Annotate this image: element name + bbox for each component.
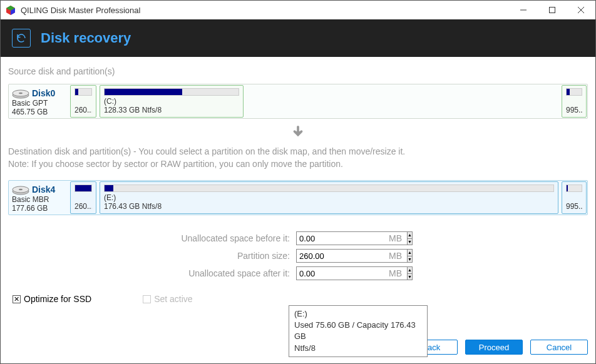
minimize-button[interactable]	[509, 1, 538, 19]
recovery-icon	[12, 29, 31, 48]
unit-label: MB	[389, 233, 402, 243]
disk-icon	[12, 88, 29, 99]
cancel-button[interactable]: Cancel	[530, 340, 588, 355]
dest-disk-row: Disk4 Basic MBR 177.66 GB 260... (E:)176…	[8, 180, 588, 215]
optimize-ssd-checkbox[interactable]: ✕ Optimize for SSD	[13, 294, 91, 304]
dest-disk-size: 177.66 GB	[12, 204, 64, 213]
dest-disk-info: Disk4 Basic MBR 177.66 GB	[9, 181, 67, 214]
source-disk-size: 465.75 GB	[12, 108, 64, 116]
spinner-buttons[interactable]: ▲▼	[407, 266, 413, 280]
page-title: Disk recovery	[41, 30, 131, 46]
disk-icon	[12, 184, 29, 195]
source-disk-info: Disk0 Basic GPT 465.75 GB	[9, 85, 67, 118]
app-logo-icon	[6, 5, 16, 15]
dest-partition[interactable]: 995...	[562, 181, 587, 214]
maximize-button[interactable]	[538, 1, 567, 19]
proceed-button[interactable]: Proceed	[465, 340, 523, 355]
titlebar: QILING Disk Master Professional	[1, 1, 595, 19]
source-partition[interactable]: 260...	[70, 85, 96, 118]
unalloc-before-label: Unallocated space before it:	[8, 233, 290, 243]
source-disk-type: Basic GPT	[12, 99, 64, 108]
close-button[interactable]	[567, 1, 595, 19]
spinner-buttons[interactable]: ▲▼	[407, 249, 413, 263]
source-partition[interactable]: 995...	[562, 85, 587, 118]
svg-rect-4	[550, 8, 555, 13]
arrow-down-icon	[8, 119, 588, 146]
unit-label: MB	[389, 251, 402, 261]
dest-partition[interactable]: 260...	[70, 181, 96, 214]
psize-label: Partition size:	[8, 251, 290, 261]
source-disk-row: Disk0 Basic GPT 465.75 GB 260... (C:)128…	[8, 84, 588, 119]
unit-label: MB	[389, 268, 402, 278]
source-partition[interactable]: (C:)128.33 GB Ntfs/8	[100, 85, 244, 118]
unalloc-after-label: Unallocated space after it:	[8, 268, 290, 278]
set-active-checkbox: Set active	[143, 294, 192, 304]
svg-point-12	[19, 189, 23, 190]
dest-note: Destination disk and partition(s) - You …	[8, 146, 588, 156]
page-header: Disk recovery	[1, 19, 595, 57]
dest-disk-type: Basic MBR	[12, 195, 64, 204]
dest-note2: Note: If you choose sector by sector or …	[8, 159, 588, 169]
dest-disk-name: Disk4	[32, 185, 55, 195]
partition-tooltip: (E:) Used 75.60 GB / Capacity 176.43 GB …	[289, 305, 428, 357]
svg-point-9	[19, 93, 23, 94]
dest-partition[interactable]: (E:)176.43 GB Ntfs/8	[100, 181, 558, 214]
source-section-title: Source disk and partition(s)	[8, 66, 588, 76]
source-disk-name: Disk0	[32, 88, 55, 98]
spinner-buttons[interactable]: ▲▼	[407, 231, 413, 245]
window-title: QILING Disk Master Professional	[21, 6, 509, 15]
